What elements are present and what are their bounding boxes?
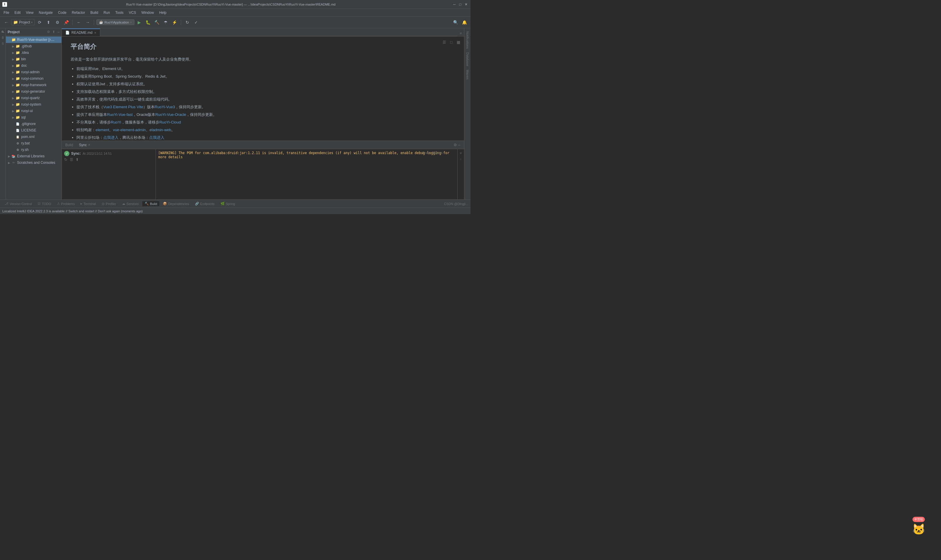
link-aliyun-in[interactable]: 点我进入	[103, 135, 118, 140]
link-ruoyi-vue3[interactable]: RuoYi-Vue3	[155, 105, 175, 109]
bottom-tab-todo[interactable]: ☑ TODO	[35, 201, 54, 206]
bottom-tab-endpoints[interactable]: 🔗 Endpoints	[192, 201, 217, 206]
tree-item-scratches[interactable]: ▶ ✏ Scratches and Consoles	[6, 159, 62, 166]
link-element[interactable]: element	[95, 128, 109, 132]
tree-item-gitignore[interactable]: ▶ 📄 .gitignore	[6, 121, 62, 127]
tree-item-bin[interactable]: ▶ 📁 bin	[6, 56, 62, 62]
tree-item-license[interactable]: ▶ 📄 LICENSE	[6, 127, 62, 134]
notifications-sidebar-tab[interactable]: Notifications	[465, 29, 470, 51]
build-tab-build[interactable]: Build	[64, 142, 74, 148]
database-sidebar-tab[interactable]: Database	[465, 51, 470, 68]
panel-minus-icon[interactable]: −	[57, 30, 60, 34]
build-filter-button[interactable]: ☰	[70, 157, 73, 162]
build-expand-button[interactable]: ⬆	[75, 157, 79, 162]
bookmarks-icon[interactable]: B	[1, 35, 5, 40]
link-vue-element-admin[interactable]: vue-element-admin	[113, 128, 146, 132]
link-vue-oracle[interactable]: RuoYi-Vue-Oracle	[155, 112, 186, 117]
tree-item-ruoyi-common[interactable]: ▶ 📁 ruoyi-common	[6, 75, 62, 82]
tree-item-ruoyi-generator[interactable]: ▶ 📁 ruoyi-generator	[6, 88, 62, 95]
bottom-tab-version-control[interactable]: ⎇ Version Control	[2, 201, 34, 206]
tree-item-ruoyi-system[interactable]: ▶ 📁 ruoyi-system	[6, 101, 62, 108]
menu-edit[interactable]: Edit	[12, 10, 23, 15]
window-controls[interactable]: ─ □ ✕	[452, 2, 468, 6]
build-rerun-button[interactable]: ↻	[64, 157, 67, 162]
list-view-button[interactable]: ☰	[441, 39, 447, 45]
minimize-button[interactable]: ─	[452, 2, 457, 6]
menu-help[interactable]: Help	[157, 10, 169, 15]
link-eladmin-web[interactable]: eladmin-web	[150, 128, 171, 132]
menu-run[interactable]: Run	[101, 10, 112, 15]
preview-button[interactable]: □	[448, 39, 455, 45]
bottom-tab-dependencies[interactable]: 📦 Dependencies	[161, 201, 191, 206]
settings-button[interactable]: ⚙	[54, 18, 61, 26]
link-vue-fast[interactable]: RuoYi-Vue-fast	[107, 112, 132, 117]
run-configuration[interactable]: ☕ RuoYiApplication ▾	[97, 19, 134, 25]
pin-button[interactable]: 📌	[62, 18, 70, 26]
build-side-btn-1[interactable]: ≡	[458, 150, 463, 155]
maximize-button[interactable]: □	[458, 2, 462, 6]
menu-navigate[interactable]: Navigate	[37, 10, 55, 15]
tree-item-ruoyi-admin[interactable]: ▶ 📁 ruoyi-admin	[6, 69, 62, 75]
bottom-tab-services[interactable]: ☁ Services	[120, 201, 141, 206]
tree-item-rybat[interactable]: ▶ ⚙ ry.bat	[6, 140, 62, 146]
build-tab-sync[interactable]: Sync ✕	[78, 142, 92, 148]
commit-button[interactable]: ✓	[192, 18, 200, 26]
build-button[interactable]: 🔨	[153, 18, 161, 26]
build-collapse-button[interactable]: −	[458, 143, 461, 147]
tab-close-button[interactable]: ✕	[94, 31, 97, 34]
project-root-item[interactable]: ▾ 📁 RuoYi-Vue-master [ruoyi] D:\DingJiax…	[6, 37, 62, 43]
sync-tab-close[interactable]: ✕	[88, 143, 90, 146]
tab-options[interactable]: ≡	[458, 30, 464, 36]
menu-window[interactable]: Window	[139, 10, 157, 15]
link-vue3[interactable]: Vue3 Element Plus Vite	[103, 105, 143, 109]
profile-button[interactable]: ⚡	[171, 18, 178, 26]
bottom-tab-problems[interactable]: ⚠ Problems	[55, 201, 77, 206]
sync-button[interactable]: ⟳	[36, 18, 43, 26]
update-button[interactable]: ↻	[183, 18, 191, 26]
tab-readme[interactable]: 📄 README.md ✕	[62, 29, 100, 36]
search-everywhere-button[interactable]: 🔍	[452, 18, 459, 26]
link-ruoyi[interactable]: RuoYi	[111, 120, 121, 125]
build-side-btn-2[interactable]: ↓	[458, 156, 463, 162]
tree-item-ruoyi-framework[interactable]: ▶ 📁 ruoyi-framework	[6, 82, 62, 88]
menu-refactor[interactable]: Refactor	[69, 10, 87, 15]
split-view-button[interactable]: ▦	[455, 39, 462, 45]
link-ruoyi-cloud[interactable]: RuoYi-Cloud	[159, 120, 181, 125]
bottom-tab-build[interactable]: 🔨 Build	[142, 201, 159, 206]
menu-build[interactable]: Build	[88, 10, 101, 15]
panel-gear-icon[interactable]: ⚙	[47, 30, 50, 34]
menu-tools[interactable]: Tools	[113, 10, 126, 15]
tree-item-doc[interactable]: ▶ 📁 doc	[6, 62, 62, 69]
project-selector[interactable]: 📁 Project ▾	[11, 19, 35, 25]
tree-item-rysh[interactable]: ▶ ⚙ ry.sh	[6, 146, 62, 153]
bottom-tab-profiler[interactable]: ◎ Profiler	[99, 201, 118, 206]
build-gear-button[interactable]: ⚙	[454, 143, 457, 147]
project-sidebar-icon[interactable]: P	[1, 29, 5, 34]
structure-icon[interactable]: S	[1, 41, 5, 46]
back-nav-button[interactable]: ←	[75, 18, 83, 26]
tree-item-ruoyi-ui[interactable]: ▶ 📁 ruoyi-ui	[6, 108, 62, 114]
tree-item-github[interactable]: ▶ 📁 .github	[6, 43, 62, 49]
run-button[interactable]: ▶	[135, 18, 143, 26]
collapse-all-button[interactable]: ⬆	[45, 18, 52, 26]
menu-vcs[interactable]: VCS	[126, 10, 138, 15]
notifications-button[interactable]: 🔔	[461, 18, 468, 26]
panel-expand-icon[interactable]: ⬆	[52, 30, 55, 34]
close-button[interactable]: ✕	[464, 2, 468, 6]
link-tencent-in[interactable]: 点我进入	[149, 135, 165, 140]
menu-view[interactable]: View	[23, 10, 36, 15]
coverage-button[interactable]: ☂	[162, 18, 170, 26]
debug-button[interactable]: 🐛	[145, 18, 152, 26]
forward-nav-button[interactable]: →	[84, 18, 91, 26]
tree-item-external-libs[interactable]: ▶ 📚 External Libraries	[6, 153, 62, 159]
tree-item-sql[interactable]: ▶ 📁 sql	[6, 114, 62, 121]
menu-file[interactable]: File	[1, 10, 11, 15]
menu-code[interactable]: Code	[55, 10, 69, 15]
tree-item-idea[interactable]: ▶ 📁 .idea	[6, 49, 62, 56]
maven-sidebar-tab[interactable]: Maven	[465, 68, 470, 81]
tree-item-pom[interactable]: ▶ 📋 pom.xml	[6, 134, 62, 140]
back-button[interactable]: ←	[2, 18, 10, 26]
tree-item-ruoyi-quartz[interactable]: ▶ 📁 ruoyi-quartz	[6, 95, 62, 101]
bottom-tab-terminal[interactable]: ▸ Terminal	[78, 201, 98, 206]
bottom-tab-spring[interactable]: 🌿 Spring	[218, 201, 238, 206]
